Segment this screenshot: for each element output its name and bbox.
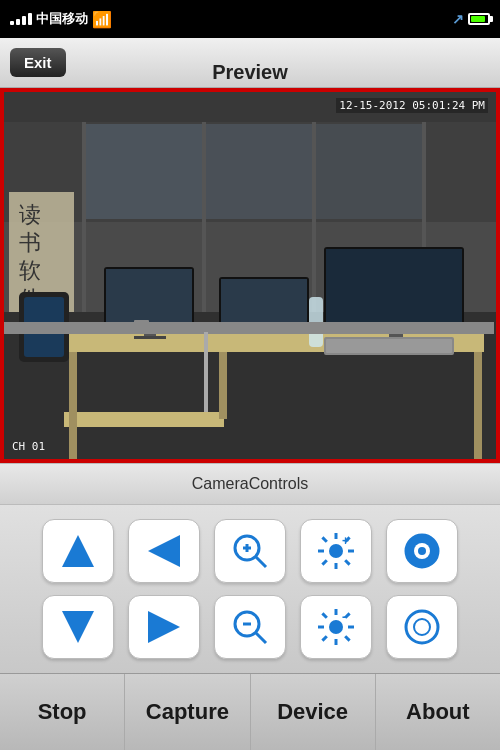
svg-point-48 <box>329 544 343 558</box>
location-icon: ↗ <box>452 11 464 27</box>
exit-button[interactable]: Exit <box>10 48 66 77</box>
svg-text:书: 书 <box>19 230 41 255</box>
iris-close-button[interactable] <box>386 595 458 659</box>
svg-marker-43 <box>148 535 180 567</box>
nav-bar: Exit Preview <box>0 38 500 88</box>
tab-device[interactable]: Device <box>251 674 376 750</box>
camera-feed: 读 书 软 件 <box>0 88 500 463</box>
svg-text:读: 读 <box>19 202 41 227</box>
left-button[interactable] <box>128 519 200 583</box>
svg-line-47 <box>256 557 266 567</box>
svg-text:-: - <box>342 610 346 624</box>
svg-marker-42 <box>62 535 94 567</box>
up-button[interactable] <box>42 519 114 583</box>
controls-grid: + <box>0 505 500 673</box>
svg-point-77 <box>414 619 430 635</box>
iris-open-button[interactable] <box>386 519 458 583</box>
battery-icon <box>468 13 490 25</box>
status-left: 中国移动 📶 <box>10 10 112 29</box>
svg-rect-8 <box>86 124 202 219</box>
carrier-label: 中国移动 <box>36 10 88 28</box>
status-bar: 中国移动 📶 ↗ <box>0 0 500 38</box>
brightness-up-button[interactable]: + <box>300 519 372 583</box>
channel-label: CH 01 <box>12 440 45 453</box>
controls-inner: + <box>38 516 462 662</box>
svg-marker-62 <box>148 611 180 643</box>
svg-rect-10 <box>316 124 422 219</box>
brightness-down-button[interactable]: - <box>300 595 372 659</box>
wifi-icon: 📶 <box>92 10 112 29</box>
svg-point-76 <box>406 611 438 643</box>
svg-line-74 <box>322 636 326 640</box>
svg-rect-21 <box>219 352 227 419</box>
svg-point-66 <box>329 620 343 634</box>
zoom-out-button[interactable] <box>214 595 286 659</box>
svg-rect-27 <box>326 249 462 330</box>
svg-rect-41 <box>204 332 208 412</box>
svg-rect-25 <box>134 336 166 339</box>
tab-about[interactable]: About <box>376 674 500 750</box>
svg-rect-20 <box>474 352 482 459</box>
tab-bar: Stop Capture Device About <box>0 673 500 750</box>
svg-rect-23 <box>106 269 192 330</box>
svg-line-54 <box>345 560 349 564</box>
svg-point-60 <box>418 547 426 555</box>
svg-text:软: 软 <box>19 258 41 283</box>
tab-capture[interactable]: Capture <box>125 674 250 750</box>
svg-line-72 <box>345 636 349 640</box>
tab-stop[interactable]: Stop <box>0 674 125 750</box>
svg-line-65 <box>256 633 266 643</box>
signal-bars <box>10 13 32 25</box>
svg-marker-61 <box>62 611 94 643</box>
camera-timestamp: 12-15-2012 05:01:24 PM <box>336 98 488 113</box>
camera-controls-label: CameraControls <box>192 475 308 493</box>
camera-controls-bar: CameraControls <box>0 463 500 505</box>
zoom-in-button[interactable] <box>214 519 286 583</box>
svg-rect-9 <box>206 124 312 219</box>
svg-rect-18 <box>64 412 224 427</box>
right-button[interactable] <box>128 595 200 659</box>
svg-line-71 <box>322 613 326 617</box>
svg-line-56 <box>322 560 326 564</box>
status-right: ↗ <box>452 11 490 27</box>
svg-text:+: + <box>342 534 349 548</box>
svg-rect-40 <box>4 322 494 334</box>
camera-scene: 读 书 软 件 <box>4 92 496 459</box>
svg-rect-19 <box>69 352 77 459</box>
svg-rect-33 <box>326 339 452 353</box>
down-button[interactable] <box>42 595 114 659</box>
svg-line-53 <box>322 537 326 541</box>
